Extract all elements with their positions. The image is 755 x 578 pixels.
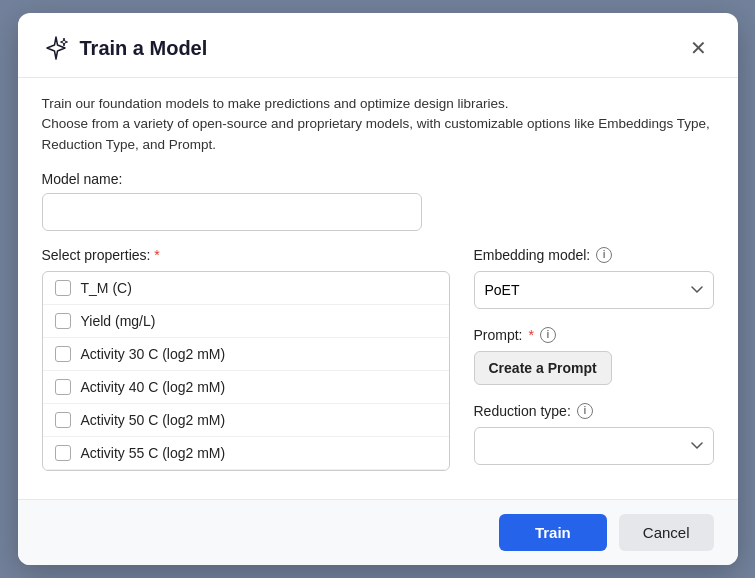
property-checkbox[interactable] — [55, 346, 71, 362]
reduction-type-label: Reduction type: i — [474, 403, 714, 419]
required-star: * — [154, 247, 159, 263]
modal-footer: Train Cancel — [18, 499, 738, 565]
list-item[interactable]: Activity 40 C (log2 mM) — [43, 371, 449, 404]
modal-body: Train our foundation models to make pred… — [18, 78, 738, 499]
two-col-section: Select properties: * T_M (C) Yield (mg/L… — [42, 247, 714, 483]
close-icon: ✕ — [690, 36, 707, 60]
property-checkbox[interactable] — [55, 445, 71, 461]
embedding-model-label: Embedding model: i — [474, 247, 714, 263]
prompt-label: Prompt: * i — [474, 327, 714, 343]
list-item[interactable]: Activity 30 C (log2 mM) — [43, 338, 449, 371]
properties-list[interactable]: T_M (C) Yield (mg/L) Activity 30 C (log2… — [42, 271, 450, 471]
property-checkbox[interactable] — [55, 280, 71, 296]
property-label: Activity 55 C (log2 mM) — [81, 445, 226, 461]
modal-title-group: Train a Model — [42, 34, 208, 62]
prompt-section: Prompt: * i Create a Prompt — [474, 327, 714, 385]
modal-header: Train a Model ✕ — [18, 13, 738, 78]
model-name-input[interactable] — [42, 193, 422, 231]
embedding-model-section: Embedding model: i PoET — [474, 247, 714, 309]
property-label: Activity 40 C (log2 mM) — [81, 379, 226, 395]
properties-section: Select properties: * T_M (C) Yield (mg/L… — [42, 247, 450, 471]
close-button[interactable]: ✕ — [684, 33, 714, 63]
model-name-section: Model name: — [42, 171, 714, 231]
list-item[interactable]: T_M (C) — [43, 272, 449, 305]
property-label: T_M (C) — [81, 280, 132, 296]
property-checkbox[interactable] — [55, 379, 71, 395]
property-checkbox[interactable] — [55, 313, 71, 329]
property-label: Activity 30 C (log2 mM) — [81, 346, 226, 362]
cancel-button[interactable]: Cancel — [619, 514, 714, 551]
prompt-required-star: * — [529, 327, 534, 343]
select-properties-label: Select properties: * — [42, 247, 450, 263]
modal-title: Train a Model — [80, 37, 208, 60]
train-model-modal: Train a Model ✕ Train our foundation mod… — [18, 13, 738, 565]
property-checkbox[interactable] — [55, 412, 71, 428]
model-name-label: Model name: — [42, 171, 714, 187]
reduction-type-section: Reduction type: i — [474, 403, 714, 465]
modal-overlay: Train a Model ✕ Train our foundation mod… — [0, 0, 755, 578]
prompt-info-icon[interactable]: i — [540, 327, 556, 343]
property-label: Activity 50 C (log2 mM) — [81, 412, 226, 428]
list-item[interactable]: Activity 55 C (log2 mM) — [43, 437, 449, 470]
reduction-info-icon[interactable]: i — [577, 403, 593, 419]
property-label: Yield (mg/L) — [81, 313, 156, 329]
description: Train our foundation models to make pred… — [42, 94, 714, 155]
sparkle-icon — [42, 34, 70, 62]
list-item[interactable]: Activity 60 C (log2 mM) — [43, 470, 449, 471]
create-prompt-button[interactable]: Create a Prompt — [474, 351, 612, 385]
reduction-type-select[interactable] — [474, 427, 714, 465]
train-button[interactable]: Train — [499, 514, 607, 551]
list-item[interactable]: Activity 50 C (log2 mM) — [43, 404, 449, 437]
right-col: Embedding model: i PoET Prompt: * i — [474, 247, 714, 483]
list-item[interactable]: Yield (mg/L) — [43, 305, 449, 338]
embedding-info-icon[interactable]: i — [596, 247, 612, 263]
embedding-model-select[interactable]: PoET — [474, 271, 714, 309]
